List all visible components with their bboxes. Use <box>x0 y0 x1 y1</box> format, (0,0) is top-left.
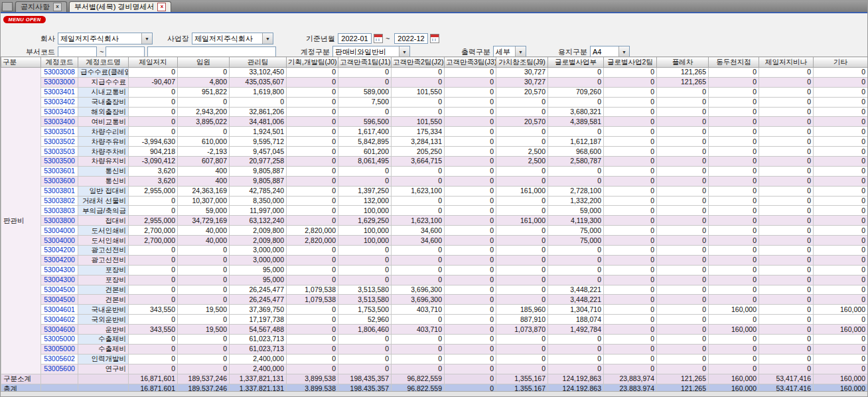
table-row[interactable]: 53003600통신비3,6204009,805,88700000000000 <box>1 176 868 186</box>
company-select[interactable]: 제일저지주식회사 ▼ <box>58 33 153 44</box>
table-row[interactable]: 53005600연구비002,400,00000000000000 <box>1 364 868 374</box>
table-row[interactable]: 53003601통신비3,6204009,805,88700000000000 <box>1 166 868 176</box>
table-row[interactable]: 53005602인력개발비002,400,00000000000000 <box>1 354 868 364</box>
amount-cell: 0 <box>338 364 392 374</box>
amount-cell: 0 <box>657 87 709 97</box>
table-row[interactable]: 53004000도서인쇄비2,700,00040,0002,009,8002,8… <box>1 226 868 236</box>
table-row[interactable]: 53005000수출제비0061,023,71300000000000 <box>1 344 868 354</box>
table-row[interactable]: 53003000지급수수료-90,4074,800435,035,6070000… <box>1 77 868 87</box>
amount-cell: 0 <box>392 275 445 285</box>
tab-close-icon[interactable]: x <box>157 3 166 11</box>
period-to-input[interactable] <box>394 33 428 44</box>
table-row[interactable]: 53003400여비교통비03,895,02234,481,0060596,50… <box>1 117 868 127</box>
amount-cell: 0 <box>287 344 338 354</box>
amount-cell: 904,218 <box>129 147 178 157</box>
chevron-down-icon[interactable]: ▼ <box>141 33 152 44</box>
amount-cell: 0 <box>496 97 548 107</box>
table-row[interactable]: 53004300포장비0095,00000000000000 <box>1 275 868 285</box>
amount-cell: 160,000 <box>709 374 759 384</box>
table-row[interactable]: 53003802거래처 선물비010,307,0008,350,0000132,… <box>1 196 868 206</box>
table-row[interactable]: 53004200광고선전비003,000,00000000000000 <box>1 246 868 256</box>
account-name-cell: 수출제비 <box>78 344 129 354</box>
table-row[interactable]: 53003803부의금/축의금059,00011,997,0000100,000… <box>1 206 868 216</box>
tab-notice[interactable]: 공지사항 x <box>15 1 67 12</box>
table-row[interactable]: 53003502차량주유비-3,994,630610,0009,595,7120… <box>1 137 868 147</box>
dept-code-from-input[interactable] <box>58 46 97 57</box>
amount-cell: 160,000 <box>814 305 868 315</box>
calendar-icon[interactable] <box>374 34 383 43</box>
table-row[interactable]: 53003401시내교통비0951,8221,619,8000589,00010… <box>1 87 868 97</box>
table-row[interactable]: 53003503차량주차비904,218-2,1939,457,0450601,… <box>1 147 868 157</box>
amount-cell: 75,000 <box>548 236 604 246</box>
expense-grid: 구분계정코드계정코드명제일저지임원관리팀기획,개발팀(J0)고객만족1팀(J1)… <box>1 56 868 394</box>
horizontal-scrollbar[interactable] <box>1 391 867 396</box>
amount-cell: 0 <box>338 166 392 176</box>
amount-cell: 160,000 <box>814 325 868 335</box>
calendar-icon[interactable] <box>430 34 439 43</box>
table-row[interactable]: 53003800접대비2,955,00034,729,16963,132,240… <box>1 216 868 226</box>
amount-cell: 42,785,240 <box>230 186 287 196</box>
account-name-cell: 견본비 <box>78 295 129 305</box>
column-header: 구분 <box>1 57 41 68</box>
subtotal-row[interactable]: 구분소계16,871,601189,537,2461,337,821,1313,… <box>1 374 868 384</box>
table-row[interactable]: 53003402국내출장비00007,500000000000 <box>1 97 868 107</box>
amount-cell: 20,977,258 <box>230 157 287 167</box>
table-row[interactable]: 53004600운반비343,55019,50054,567,48801,806… <box>1 325 868 335</box>
chevron-down-icon[interactable]: ▼ <box>262 33 273 44</box>
table-row[interactable]: 53003501차량수리비001,924,50101,617,400175,33… <box>1 127 868 137</box>
amount-cell: 3,680,321 <box>548 107 604 117</box>
amount-cell: 951,822 <box>178 87 230 97</box>
amount-cell: 0 <box>287 147 338 157</box>
amount-cell: 0 <box>657 216 709 226</box>
output-type-select-value: 세부 <box>494 46 515 57</box>
site-select[interactable]: 제일저지주식회사 ▼ <box>192 33 273 44</box>
amount-cell: 968,600 <box>548 147 604 157</box>
table-row[interactable]: 53004300포장비0095,00000000000000 <box>1 265 868 275</box>
table-row[interactable]: 53005000수출제비0061,023,71300000000000 <box>1 335 868 345</box>
tab-expense-report[interactable]: 부서별(세목) 경비명세서 x <box>69 1 171 12</box>
amount-cell: 0 <box>392 255 445 265</box>
amount-cell: 3,513,580 <box>338 295 392 305</box>
table-row[interactable]: 53004000도서인쇄비2,700,00040,0002,009,8002,8… <box>1 236 868 246</box>
table-row[interactable]: 판관비53003008급수수료(클레임)0033,102,450000030,7… <box>1 68 868 78</box>
dept-name-input[interactable] <box>147 46 276 57</box>
amount-cell: 0 <box>604 137 657 147</box>
amount-cell: 0 <box>129 117 178 127</box>
table-row[interactable]: 53003801일반 접대비2,955,00024,363,16942,785,… <box>1 186 868 196</box>
amount-cell: 0 <box>604 344 657 354</box>
amount-cell: 0 <box>392 335 445 345</box>
chevron-down-icon[interactable]: ▼ <box>618 46 629 57</box>
account-code-cell: 53003500 <box>41 157 78 167</box>
chevron-down-icon[interactable]: ▼ <box>399 46 409 57</box>
menu-open-button[interactable]: MENU OPEN <box>3 16 46 23</box>
amount-cell: 30,727 <box>496 77 548 87</box>
table-row[interactable]: 53004500견본비0026,245,4771,079,5383,513,58… <box>1 285 868 295</box>
table-row[interactable]: 53004500견본비0026,245,4771,079,5383,513,58… <box>1 295 868 305</box>
amount-cell: 0 <box>178 354 230 364</box>
app-window: 공지사항 x 부서별(세목) 경비명세서 x MENU OPEN 회사 제일저지… <box>0 0 868 397</box>
amount-cell: 0 <box>496 176 548 186</box>
table-row[interactable]: 53004200광고선전비003,000,00000000000000 <box>1 255 868 265</box>
amount-cell: 0 <box>392 206 445 216</box>
amount-cell: 0 <box>759 186 814 196</box>
amount-cell: 0 <box>604 216 657 226</box>
chevron-down-icon[interactable]: ▼ <box>515 46 526 57</box>
account-code-cell: 53005000 <box>41 335 78 345</box>
tab-close-icon[interactable]: x <box>53 3 62 11</box>
amount-cell: 0 <box>338 265 392 275</box>
table-row[interactable]: 53003500차량유지비-3,090,412607,80720,977,258… <box>1 157 868 167</box>
amount-cell: 0 <box>709 246 759 256</box>
dept-code-to-input[interactable] <box>106 46 145 57</box>
amount-cell: 403,710 <box>392 325 445 335</box>
amount-cell: 0 <box>759 97 814 107</box>
amount-cell: 0 <box>445 157 496 167</box>
amount-cell: 343,550 <box>129 305 178 315</box>
table-row[interactable]: 53003403해외출장비02,943,20032,861,206000003,… <box>1 107 868 117</box>
table-row[interactable]: 53004602국외운반비0017,197,738052,96000887,91… <box>1 315 868 325</box>
period-from-input[interactable] <box>338 33 372 44</box>
amount-cell: 0 <box>287 196 338 206</box>
account-code-cell: 53005000 <box>41 344 78 354</box>
amount-cell: 0 <box>178 335 230 345</box>
table-row[interactable]: 53004601국내운반비343,55019,50037,369,75001,7… <box>1 305 868 315</box>
amount-cell: 0 <box>129 275 178 285</box>
